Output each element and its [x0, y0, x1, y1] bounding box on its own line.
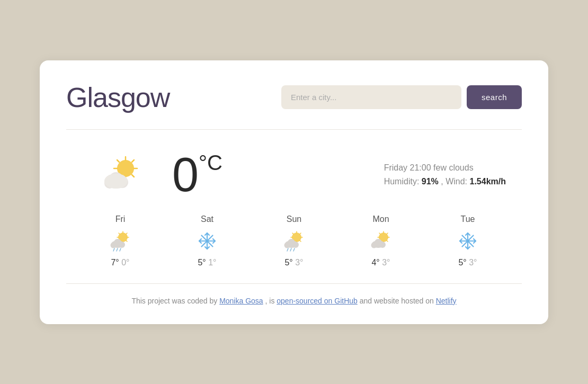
svg-line-56: [290, 248, 291, 251]
svg-line-63: [379, 233, 380, 234]
svg-point-13: [104, 174, 128, 189]
svg-line-19: [119, 233, 120, 234]
city-title: Glasgow: [66, 82, 170, 113]
svg-line-7: [132, 160, 134, 162]
search-button[interactable]: search: [467, 85, 522, 109]
forecast-icon-mon: [369, 230, 393, 252]
footer: This project was coded by Monika Gosa , …: [66, 297, 522, 305]
svg-line-49: [300, 233, 301, 234]
footer-author-link[interactable]: Monika Gosa: [219, 297, 263, 305]
svg-line-21: [126, 233, 127, 234]
svg-line-55: [287, 248, 288, 251]
footer-text-after: and website hosted on: [360, 297, 434, 305]
footer-text-middle: , is: [265, 297, 275, 305]
forecast-temps-sun: 5° 3°: [284, 258, 303, 267]
forecast-temps-sat: 5° 1°: [198, 258, 216, 267]
current-weather: 0 °C Friday 21:00 few clouds Humidity: 9…: [66, 146, 522, 215]
svg-point-54: [288, 239, 295, 246]
svg-line-47: [292, 233, 293, 234]
search-input[interactable]: [281, 85, 461, 109]
svg-line-5: [117, 160, 119, 162]
forecast-day-label: Fri: [115, 215, 126, 224]
forecast-section: Fri: [66, 215, 522, 267]
forecast-temps-fri: 7° 0°: [111, 258, 129, 267]
footer-github-link[interactable]: open-sourced on GitHub: [277, 297, 358, 305]
forecast-temps-tue: 5° 3°: [458, 258, 477, 267]
svg-line-29: [120, 248, 121, 251]
svg-line-6: [132, 175, 134, 177]
svg-point-70: [375, 239, 382, 246]
header: Glasgow search: [66, 82, 522, 113]
svg-line-65: [387, 233, 388, 234]
temperature-unit: °C: [199, 151, 222, 175]
header-divider: [66, 129, 522, 130]
forecast-day-sun: Sun: [282, 215, 306, 267]
footer-divider: [66, 283, 522, 284]
forecast-day-tue: Tue 5° 3°: [456, 215, 480, 267]
forecast-day-sat: Sat: [195, 215, 219, 267]
forecast-day-label: Sun: [287, 215, 301, 224]
forecast-day-label: Mon: [372, 215, 389, 224]
temperature-value: 0: [172, 151, 199, 199]
svg-line-20: [126, 240, 127, 242]
svg-point-26: [114, 239, 121, 246]
svg-line-48: [300, 240, 301, 242]
forecast-icon-fri: [108, 230, 132, 252]
weather-stats: Humidity: 91% , Wind: 1.54km/h: [384, 177, 506, 186]
weather-card: Glasgow search: [40, 60, 548, 324]
svg-line-28: [117, 248, 118, 251]
footer-text-before: This project was coded by: [131, 297, 217, 305]
forecast-day-mon: Mon: [369, 215, 393, 267]
svg-line-64: [387, 240, 388, 242]
weather-description: Friday 21:00 few clouds: [384, 163, 506, 173]
forecast-icon-sun: [282, 230, 306, 252]
svg-line-27: [113, 248, 114, 251]
current-weather-icon: [98, 154, 146, 196]
temperature-container: 0 °C: [172, 151, 222, 199]
forecast-day-label: Tue: [461, 215, 475, 224]
forecast-day-fri: Fri: [108, 215, 132, 267]
forecast-icon-sat: [195, 230, 219, 252]
svg-line-57: [293, 248, 295, 251]
forecast-icon-tue: [456, 230, 480, 252]
weather-details: Friday 21:00 few clouds Humidity: 91% , …: [384, 163, 506, 186]
forecast-temps-mon: 4° 3°: [371, 258, 390, 267]
forecast-day-label: Sat: [201, 215, 213, 224]
footer-netlify-link[interactable]: Netlify: [436, 297, 457, 305]
search-area: search: [281, 85, 522, 109]
